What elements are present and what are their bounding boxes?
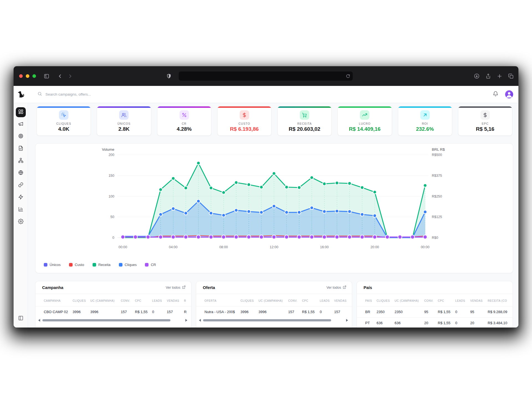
scrollbar-thumb[interactable] xyxy=(203,319,331,321)
scrollbar-track[interactable] xyxy=(42,319,183,322)
shield-icon[interactable] xyxy=(166,73,172,79)
new-tab-icon[interactable] xyxy=(497,73,502,79)
panel-left-icon xyxy=(18,315,24,322)
sidebar-item-settings[interactable] xyxy=(16,217,26,227)
external-link-icon xyxy=(343,285,346,290)
svg-text:00:00: 00:00 xyxy=(119,245,127,249)
tab-overview-icon[interactable] xyxy=(508,73,514,79)
avatar[interactable] xyxy=(505,90,513,98)
column-header: UC (CAMPANHA) xyxy=(259,299,288,302)
zap-icon xyxy=(18,194,24,201)
scroll-left-arrow[interactable] xyxy=(199,319,201,322)
bell-icon[interactable] xyxy=(493,91,498,98)
table-cell: 20 xyxy=(424,321,438,325)
svg-text:08:00: 08:00 xyxy=(219,245,228,249)
table-cell: 157 xyxy=(334,310,351,314)
dollar-icon xyxy=(240,110,249,120)
legend-swatch xyxy=(119,263,122,267)
table-cell: 3996 xyxy=(241,310,259,314)
layout-dashboard-icon xyxy=(18,109,24,116)
network-icon xyxy=(18,158,24,164)
sidebar-item-reports[interactable] xyxy=(16,205,26,215)
target-icon xyxy=(18,133,24,140)
svg-text:R$500: R$500 xyxy=(432,153,442,157)
scroll-right-arrow[interactable] xyxy=(185,319,187,322)
column-header: CAMPANHA xyxy=(44,299,73,302)
download-icon[interactable] xyxy=(474,73,480,79)
svg-text:100: 100 xyxy=(109,195,114,198)
svg-text:00:00: 00:00 xyxy=(421,245,429,249)
scroll-left-arrow[interactable] xyxy=(38,319,40,322)
legend-item-únicos[interactable]: Únicos xyxy=(44,263,61,267)
column-header: CLIQUES xyxy=(73,299,90,302)
kpi-accent-bar xyxy=(97,106,151,108)
kpi-accent-bar xyxy=(37,106,91,108)
reload-icon[interactable] xyxy=(346,74,350,78)
sidebar-item-domains[interactable] xyxy=(16,168,26,178)
legend-item-receita[interactable]: Receita xyxy=(93,263,111,267)
sidebar-item-campaigns[interactable] xyxy=(16,119,26,129)
dog-logo[interactable] xyxy=(14,91,28,98)
file-code-icon xyxy=(18,145,24,152)
kpi-accent-bar xyxy=(157,106,211,108)
ver-todos-link[interactable]: Ver todos xyxy=(166,285,186,290)
column-header: LEADS xyxy=(320,299,334,302)
column-header: OFERTA xyxy=(204,299,241,302)
table-cell: PT xyxy=(365,321,377,325)
scrollbar-track[interactable] xyxy=(203,319,344,322)
kpi-card-epc: EPCR$ 5,16 xyxy=(458,106,512,136)
kpi-card-receita: RECEITAR$ 20.603,02 xyxy=(277,106,332,136)
forward-icon[interactable] xyxy=(68,74,73,79)
close-button[interactable] xyxy=(19,74,23,78)
window-controls xyxy=(19,74,36,78)
kpi-label: LUCRO xyxy=(359,122,370,125)
sidebar-item-dashboard[interactable] xyxy=(16,107,26,117)
scroll-right-arrow[interactable] xyxy=(346,319,348,322)
column-header: LEADS xyxy=(455,299,470,302)
sidebar-item-automation[interactable] xyxy=(16,193,26,203)
scrollbar-thumb[interactable] xyxy=(42,319,170,321)
sidebar-collapse-button[interactable] xyxy=(16,314,26,324)
ver-todos-link[interactable]: Ver todos xyxy=(326,285,346,290)
table-cell: 2350 xyxy=(377,310,395,314)
legend-label: Únicos xyxy=(50,263,61,267)
column-header: CLIQUES xyxy=(241,299,259,302)
legend-label: Cliques xyxy=(125,263,137,267)
table-cell: R$ 3.484,10 xyxy=(488,321,513,325)
legend-swatch xyxy=(145,263,149,267)
kpi-value: 232.6% xyxy=(416,126,434,132)
legend-label: CR xyxy=(151,263,156,267)
column-header: CONV. xyxy=(121,299,135,302)
legend-swatch xyxy=(93,263,96,267)
kpi-card-cr: CR4.28% xyxy=(157,106,211,136)
column-header: R xyxy=(184,299,191,302)
url-bar[interactable] xyxy=(179,71,353,81)
svg-text:50: 50 xyxy=(111,215,114,219)
sidebar-item-funnels[interactable] xyxy=(16,156,26,166)
minimize-button[interactable] xyxy=(26,74,29,78)
sidebar-toggle-icon[interactable] xyxy=(44,73,49,79)
sidebar-item-links[interactable] xyxy=(16,180,26,190)
table-cell: R$ 1,55 xyxy=(135,310,152,314)
svg-text:BRL R$: BRL R$ xyxy=(432,147,445,152)
kpi-accent-bar xyxy=(338,106,392,108)
table-cell: 157 xyxy=(288,310,302,314)
back-icon[interactable] xyxy=(58,74,63,79)
search-input[interactable] xyxy=(45,92,134,96)
sidebar-item-offers[interactable] xyxy=(16,132,26,142)
zoom-button[interactable] xyxy=(32,74,36,78)
table-card-país: PaísPAÍSCLIQUESUC (CAMPANHA)CONV.CPCLEAD… xyxy=(357,281,513,328)
main-content: CLIQUES4.0KÚNICOS2.8KCR4.28%CUSTOR$ 6.19… xyxy=(28,103,518,328)
legend-item-custo[interactable]: Custo xyxy=(69,263,84,267)
svg-text:R$250: R$250 xyxy=(432,195,442,198)
kpi-value: R$ 5,16 xyxy=(476,126,495,132)
table-cell: 0 xyxy=(455,321,470,325)
external-link-icon xyxy=(182,285,186,290)
sidebar-item-landers[interactable] xyxy=(16,144,26,154)
share-icon[interactable] xyxy=(485,73,491,79)
legend-item-cr[interactable]: CR xyxy=(145,263,156,267)
legend-swatch xyxy=(44,263,47,267)
svg-text:R$0: R$0 xyxy=(432,236,438,240)
kpi-value: 4.0K xyxy=(58,126,69,132)
legend-item-cliques[interactable]: Cliques xyxy=(119,263,137,267)
